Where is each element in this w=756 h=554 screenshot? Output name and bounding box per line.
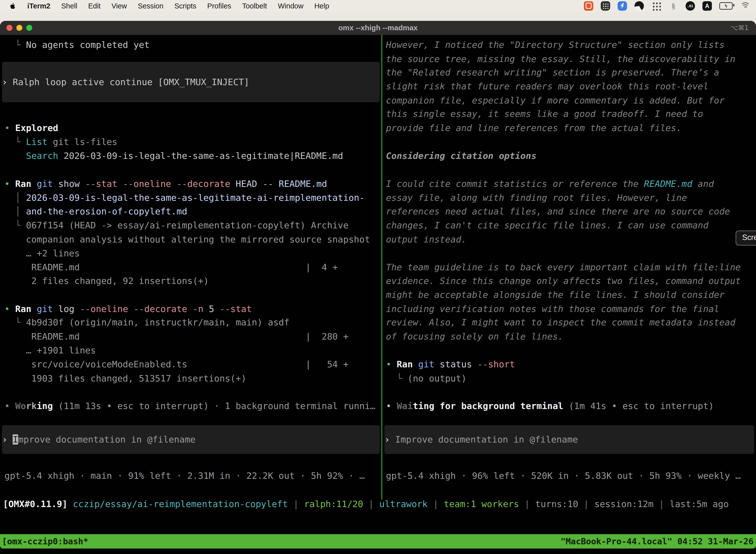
tmux-status-bar: [omx-cczip0:bash* "MacBook-Pro-44.local"… xyxy=(0,534,756,549)
text-segment: 2026-03-09-is-legal-the-same-as-legitima… xyxy=(26,192,365,203)
count-badge-icon[interactable]: ..61 xyxy=(686,1,695,11)
apple-menu-icon[interactable] xyxy=(9,2,16,10)
tmux-host-clock: "MacBook-Pro-44.local" 04:52 31-Mar-26 xyxy=(561,536,756,546)
menu-item-view[interactable]: View xyxy=(111,2,127,10)
terminal-line: companion analysis without altering the … xyxy=(4,233,381,246)
text-segment: (no output) xyxy=(407,373,466,384)
pane-divider[interactable] xyxy=(381,35,382,499)
text-segment: • xyxy=(4,401,15,411)
keypad-icon[interactable] xyxy=(601,1,610,11)
text-segment: 2 files changed, 92 insertions(+) xyxy=(4,276,209,286)
text-segment: └ xyxy=(4,40,26,50)
keystroke-icon[interactable]: A xyxy=(702,1,712,11)
text-segment: -- xyxy=(80,304,90,314)
terminal-line: README.md | 280 + xyxy=(4,330,381,343)
text-segment: ralph:11/20 xyxy=(304,499,363,509)
terminal-line: essay file, along with finding root file… xyxy=(386,191,756,205)
text-segment: log xyxy=(53,304,80,314)
menu-item-edit[interactable]: Edit xyxy=(88,2,101,10)
text-segment: (11m 13s • esc to interrupt) · 1 backgro… xyxy=(53,401,375,411)
text-segment: show xyxy=(53,179,85,189)
text-segment: › xyxy=(2,77,13,87)
text-segment xyxy=(117,179,123,189)
screen: { "colors":{"accent_green_divider":"#3fc… xyxy=(0,0,756,554)
text-segment: cczip/essay/ai-reimplementation-copyleft xyxy=(73,499,288,509)
text-segment: gpt-5.4 xhigh · main · 91% left · 2.31M … xyxy=(4,470,365,481)
text-segment: of focusing solely on file lines. xyxy=(386,331,563,341)
terminal-line: README.md | 4 + xyxy=(4,260,381,274)
text-segment: The team guideline is to back every impo… xyxy=(386,262,741,272)
menu-item-shell[interactable]: Shell xyxy=(61,2,77,10)
text-segment xyxy=(187,304,193,314)
window-title-bar[interactable]: omx --xhigh --madmax ⌥⌘1 xyxy=(0,21,756,35)
terminal-line: including verification notes with those … xyxy=(386,302,756,316)
terminal-pane-left[interactable]: └ No agents completed yet• Explored └ Li… xyxy=(0,35,382,497)
terminal-line: 2 files changed, 92 insertions(+) xyxy=(4,274,381,288)
terminal-pane-right[interactable]: However, I noticed the "Directory Struct… xyxy=(382,35,756,497)
menubar-status-icons: §..61Aϟ xyxy=(584,1,756,11)
text-segment: -- xyxy=(133,304,144,314)
text-segment: review. Also, I might want to inspect th… xyxy=(386,317,736,327)
tmux-window-label[interactable]: [omx-cczip0:bash* xyxy=(0,536,88,546)
text-segment: ting for background terminal xyxy=(413,401,563,411)
text-segment: › xyxy=(384,434,395,445)
dots-grid-icon[interactable] xyxy=(651,1,661,11)
text-segment: Improve documentation in @filename xyxy=(395,434,578,445)
text-segment: • xyxy=(386,401,397,411)
terminal-line: I could cite commit statistics or refere… xyxy=(386,177,756,191)
text-segment: Ran xyxy=(15,179,31,189)
terminal-line: └ 4b9d30f (origin/main, instructkr/main,… xyxy=(4,316,381,329)
terminal-line: src/voice/voiceModeEnabled.ts | 54 + xyxy=(4,357,381,371)
menu-item-toolbelt[interactable]: Toolbelt xyxy=(242,2,267,10)
text-segment: -- xyxy=(262,179,273,189)
terminal-line: └ List git ls-files xyxy=(4,135,381,149)
wifi-icon[interactable] xyxy=(740,1,750,11)
text-segment: README.md xyxy=(644,179,692,189)
text-segment xyxy=(273,179,279,189)
text-segment: rk xyxy=(26,401,37,411)
menu-item-window[interactable]: Window xyxy=(278,2,303,10)
text-segment: | xyxy=(578,499,594,509)
terminal-line: However, I noticed the "Directory Struct… xyxy=(386,38,756,52)
terminal-line: └ 067f154 (HEAD -> essay/ai-reimplementa… xyxy=(4,218,381,232)
text-segment xyxy=(171,179,177,189)
terminal-line: Search 2026-03-09-is-legal-the-same-as-l… xyxy=(4,149,381,163)
text-segment xyxy=(413,359,418,369)
squiggle-icon[interactable]: § xyxy=(669,1,678,11)
text-segment: Ralph loop active continue [OMX_TMUX_INJ… xyxy=(13,77,249,87)
terminal-line: output instead. xyxy=(386,233,756,246)
menu-item-help[interactable]: Help xyxy=(314,2,329,10)
menu-item-profiles[interactable]: Profiles xyxy=(207,2,232,10)
terminal-line: • Explored xyxy=(4,121,381,135)
terminal-line: gpt-5.4 xhigh · 96% left · 520K in · 5.8… xyxy=(386,469,756,483)
prompt-input[interactable]: › Improve documentation in @filename xyxy=(384,425,754,454)
menu-item-app[interactable]: iTerm2 xyxy=(27,2,50,10)
text-segment: • xyxy=(4,179,15,189)
text-segment xyxy=(67,499,73,509)
text-segment: | xyxy=(363,499,379,509)
terminal-line: Considering citation options xyxy=(386,149,756,163)
prompt-input[interactable]: › Improve documentation in @filename xyxy=(2,425,380,454)
battery-icon[interactable]: ϟ xyxy=(719,2,733,10)
terminal-line: The team guideline is to back every impo… xyxy=(386,260,756,274)
menu-item-session[interactable]: Session xyxy=(138,2,164,10)
text-segment: including verification notes with those … xyxy=(386,304,719,314)
text-segment: changes, I can't cite specific file line… xyxy=(386,220,708,230)
text-segment: List xyxy=(26,137,48,147)
text-segment: status xyxy=(434,359,477,369)
text-segment: … +2 lines xyxy=(4,248,80,258)
menu-item-scripts[interactable]: Scripts xyxy=(174,2,196,10)
terminal-line: └ (no output) xyxy=(386,372,756,385)
messages-icon[interactable] xyxy=(584,1,593,11)
shortcuts-icon[interactable] xyxy=(618,1,627,11)
terminal-line: evidence. Since this change only affects… xyxy=(386,274,756,288)
text-segment: references need actual files, and since … xyxy=(386,206,730,216)
text-segment: └ xyxy=(4,220,26,230)
text-segment: stat xyxy=(96,179,118,189)
text-segment: the "Related research writing" section i… xyxy=(386,67,719,77)
terminal-line: slight risk that future readers may over… xyxy=(386,79,756,93)
terminal-line: • Waiting for background terminal (1m 41… xyxy=(386,399,756,413)
text-segment: │ xyxy=(4,206,26,216)
pie-chart-icon[interactable] xyxy=(634,1,644,11)
text-segment: ultrawork xyxy=(379,499,428,509)
